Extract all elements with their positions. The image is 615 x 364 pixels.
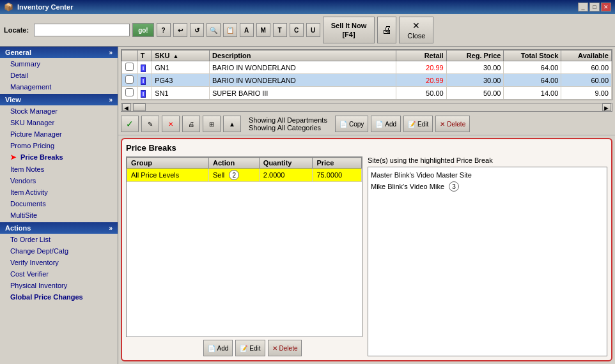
col-header-check: [122, 50, 138, 61]
a-button[interactable]: A: [240, 23, 254, 37]
sidebar-item-documents[interactable]: Documents: [0, 198, 118, 209]
sidebar-item-verify-inventory[interactable]: Verify Inventory: [0, 257, 118, 268]
pb-table-row[interactable]: All Price Levels Sell 2 2.0000 75.0000: [127, 169, 362, 182]
row-type: I: [137, 87, 152, 100]
col-header-reg-price[interactable]: Reg. Price: [446, 50, 504, 61]
sidebar-item-item-notes[interactable]: Item Notes: [0, 163, 118, 175]
maximize-button[interactable]: □: [589, 3, 600, 11]
u-button[interactable]: U: [306, 23, 320, 37]
pb-col-quantity: Quantity: [259, 158, 313, 169]
copy-button[interactable]: 📄 Copy: [335, 116, 368, 132]
edit-button[interactable]: 📝 Edit: [403, 116, 433, 132]
c-button[interactable]: C: [290, 23, 304, 37]
row-retail: 20.99: [396, 74, 447, 87]
content-area: General » Summary Detail Management View…: [0, 47, 615, 364]
clipboard-button[interactable]: 📋: [223, 23, 237, 37]
pb-delete-button[interactable]: ✕ Delete: [268, 340, 302, 356]
sidebar-item-detail[interactable]: Detail: [0, 70, 118, 81]
table-row[interactable]: I PG43 BARIO IN WONDERLAND 20.99 30.00 6…: [122, 74, 612, 87]
sidebar-item-to-order-list[interactable]: To Order List: [0, 234, 118, 245]
collapse-icon-view: »: [109, 96, 113, 103]
row-total-stock: 64.00: [504, 61, 561, 74]
checkmark-button[interactable]: ✓: [121, 116, 139, 132]
pb-group: All Price Levels: [127, 169, 209, 182]
sidebar-item-cost-verifier[interactable]: Cost Verifier: [0, 268, 118, 280]
minimize-button[interactable]: _: [578, 3, 588, 11]
pb-edit-button[interactable]: 📝 Edit: [235, 340, 265, 356]
price-breaks-right: Site(s) using the highlighted Price Brea…: [368, 156, 607, 356]
row-checkbox[interactable]: [122, 74, 138, 87]
col-header-retail[interactable]: Retail: [396, 50, 447, 61]
row-sku: SN1: [152, 87, 210, 100]
row-available: 60.00: [561, 61, 612, 74]
m-button[interactable]: M: [256, 23, 270, 37]
sidebar-item-item-activity[interactable]: Item Activity: [0, 186, 118, 198]
sidebar-item-multisite[interactable]: MultiSite: [0, 209, 118, 221]
col-header-sku[interactable]: SKU ▲: [152, 50, 210, 61]
row-reg-price: 30.00: [446, 74, 504, 87]
row-description: BARIO IN WONDERLAND: [210, 74, 396, 87]
sidebar-header-view[interactable]: View »: [0, 94, 118, 105]
add-icon: 📄: [375, 121, 383, 128]
pb-col-price: Price: [313, 158, 362, 169]
pb-add-button[interactable]: 📄 Add: [203, 340, 233, 356]
sidebar-item-promo-pricing[interactable]: Promo Pricing: [0, 140, 118, 151]
search-button[interactable]: 🔍: [206, 23, 221, 37]
printer-button[interactable]: 🖨: [377, 17, 396, 43]
window-close-button[interactable]: ✕: [601, 3, 611, 11]
help-button[interactable]: ?: [157, 23, 171, 37]
scroll-thumb[interactable]: [133, 103, 146, 111]
add-button[interactable]: 📄 Add: [371, 116, 401, 132]
list-item: Mike Blink's Video Mike 3: [371, 180, 604, 193]
sidebar-item-picture-manager[interactable]: Picture Manager: [0, 128, 118, 140]
t-button[interactable]: T: [273, 23, 287, 37]
scroll-right-btn[interactable]: ►: [602, 103, 611, 111]
sidebar-item-change-dept[interactable]: Change Dept/Catg: [0, 245, 118, 257]
refresh-button[interactable]: ↺: [190, 23, 204, 37]
table-row[interactable]: I SN1 SUPER BARIO III 50.00 50.00 14.00 …: [122, 87, 612, 100]
row-checkbox[interactable]: [122, 61, 138, 74]
up-button[interactable]: ▲: [223, 116, 241, 132]
row-reg-price: 30.00: [446, 61, 504, 74]
row-available: 60.00: [561, 74, 612, 87]
sidebar: General » Summary Detail Management View…: [0, 47, 118, 364]
col-header-total-stock[interactable]: Total Stock: [504, 50, 561, 61]
pb-grid-container: Group Action Quantity Price All Price Le…: [126, 156, 362, 337]
edit-field-button[interactable]: ✎: [141, 116, 159, 132]
sell-it-now-button[interactable]: Sell It Now [F4]: [323, 17, 375, 43]
go-button[interactable]: go!: [132, 23, 154, 37]
delete-button[interactable]: ✕ Delete: [435, 116, 470, 132]
sidebar-section-view: View » Stock Manager SKU Manager Picture…: [0, 94, 118, 221]
edit-icon: 📝: [408, 121, 416, 128]
sidebar-header-actions[interactable]: Actions »: [0, 222, 118, 234]
sidebar-item-sku-manager[interactable]: SKU Manager: [0, 117, 118, 128]
list-item: Master Blink's Video Master Site: [371, 170, 604, 180]
col-header-description[interactable]: Description: [210, 50, 396, 61]
row-description: BARIO IN WONDERLAND: [210, 61, 396, 74]
row-checkbox[interactable]: [122, 87, 138, 100]
table-row[interactable]: I GN1 BARIO IN WONDERLAND 20.99 30.00 64…: [122, 61, 612, 74]
cancel-button[interactable]: ✕: [162, 116, 180, 132]
printer-icon: 🖨: [382, 24, 392, 36]
col-header-available[interactable]: Available: [561, 50, 612, 61]
grid-view-button[interactable]: ⊞: [203, 116, 221, 132]
print-button[interactable]: 🖨: [182, 116, 200, 132]
sidebar-item-global-price-changes[interactable]: Global Price Changes: [0, 291, 118, 303]
grid-scrollbar[interactable]: ◄ ►: [121, 103, 612, 112]
sidebar-item-physical-inventory[interactable]: Physical Inventory: [0, 280, 118, 291]
sidebar-header-general[interactable]: General »: [0, 47, 118, 58]
locate-input[interactable]: [34, 24, 130, 36]
row-total-stock: 14.00: [504, 87, 561, 100]
sidebar-item-summary[interactable]: Summary: [0, 58, 118, 70]
pb-grid: Group Action Quantity Price All Price Le…: [127, 157, 362, 182]
back-button[interactable]: ↩: [173, 23, 187, 37]
sidebar-item-stock-manager[interactable]: Stock Manager: [0, 105, 118, 117]
sidebar-item-price-breaks[interactable]: ➤ Price Breaks: [0, 151, 118, 163]
pb-col-action: Action: [208, 158, 259, 169]
scroll-left-btn[interactable]: ◄: [122, 103, 131, 111]
sidebar-item-vendors[interactable]: Vendors: [0, 175, 118, 186]
row-total-stock: 64.00: [504, 74, 561, 87]
app-title: Inventory Center: [17, 3, 73, 11]
sidebar-item-management[interactable]: Management: [0, 81, 118, 93]
close-button[interactable]: ✕ Close: [399, 17, 433, 43]
